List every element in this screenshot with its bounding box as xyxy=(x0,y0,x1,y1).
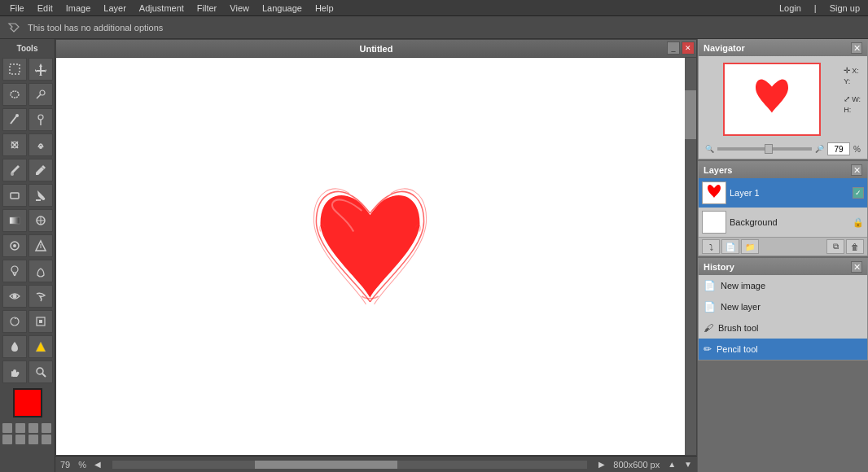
color-replace-tool[interactable] xyxy=(28,209,53,232)
tool-row-7 xyxy=(2,208,54,233)
history-label-pencil: Pencil tool xyxy=(717,344,758,354)
lasso-tool[interactable] xyxy=(2,83,27,106)
history-row-new-image[interactable]: 📄 New image xyxy=(699,275,867,296)
zoom-slider[interactable] xyxy=(717,147,812,151)
scroll-up[interactable]: ▲ xyxy=(668,460,676,469)
heal-tool[interactable] xyxy=(2,133,27,156)
layer-link-btn[interactable]: ⤵ xyxy=(702,239,720,254)
navigator-close[interactable]: ✕ xyxy=(851,42,862,54)
nav-h-row: H: xyxy=(844,106,861,114)
sharpen-tool[interactable] xyxy=(28,234,53,257)
layer-name-background: Background xyxy=(730,217,849,227)
history-close[interactable]: ✕ xyxy=(851,261,862,273)
layers-close[interactable]: ✕ xyxy=(851,164,862,176)
layer-row-layer1[interactable]: Layer 1 ✓ xyxy=(699,178,867,208)
canvas-scrollbar-horizontal[interactable] xyxy=(112,461,587,469)
svg-point-22 xyxy=(11,266,18,273)
eraser-tool[interactable] xyxy=(2,184,27,207)
svg-line-24 xyxy=(15,273,16,276)
window-controls: _ ✕ xyxy=(667,42,695,55)
move-tool[interactable] xyxy=(28,58,53,81)
tool-row-1 xyxy=(2,57,54,81)
fill-tool[interactable] xyxy=(28,184,53,207)
svg-point-10 xyxy=(39,146,42,149)
svg-point-31 xyxy=(37,368,43,374)
water-tool[interactable] xyxy=(2,335,27,358)
pencil-tool[interactable] xyxy=(28,159,53,181)
tools-label: Tools xyxy=(17,44,38,53)
layer-visibility-layer1[interactable]: ✓ xyxy=(853,187,864,199)
hand-tool[interactable] xyxy=(2,361,27,383)
patch-tool[interactable] xyxy=(28,133,53,156)
zoom-in-icon[interactable]: 🔎 xyxy=(815,145,824,153)
scroll-down[interactable]: ▼ xyxy=(684,460,692,469)
canvas-scrollbar-vertical[interactable] xyxy=(685,58,696,455)
layer-actions: ⤵ 📄 📁 ⧉ 🗑 xyxy=(699,237,867,256)
menu-edit[interactable]: Edit xyxy=(31,0,59,16)
cone-tool[interactable] xyxy=(28,335,53,358)
svg-point-11 xyxy=(11,173,14,176)
svg-point-7 xyxy=(38,115,43,120)
navigator-content: ✛ X: Y: ⤢ W: H: 🔍 xyxy=(699,56,867,159)
scroll-left[interactable]: ◀ xyxy=(94,460,101,469)
layer-copy-btn[interactable]: ⧉ xyxy=(826,239,844,254)
menu-filter[interactable]: Filter xyxy=(191,0,223,16)
history-icon-new-layer: 📄 xyxy=(704,301,716,312)
history-titlebar: History ✕ xyxy=(699,259,867,275)
auth-divider: | xyxy=(809,3,822,13)
canvas-title: Untitled xyxy=(360,44,393,54)
transform-tool[interactable] xyxy=(28,310,53,333)
layer-thumb-background xyxy=(702,211,726,234)
zoom-view-tool[interactable] xyxy=(28,361,53,383)
zoom-out-icon[interactable]: 🔍 xyxy=(705,145,714,153)
clone-tool[interactable] xyxy=(28,108,53,131)
menu-layer[interactable]: Layer xyxy=(97,0,133,16)
menu-adjustment[interactable]: Adjustment xyxy=(133,0,191,16)
navigator-coords: ✛ X: Y: ⤢ W: H: xyxy=(844,63,861,136)
history-panel: History ✕ 📄 New image 📄 New layer 🖌 Brus… xyxy=(698,258,868,361)
eyedropper-tool[interactable] xyxy=(2,108,27,131)
navigator-preview xyxy=(723,63,821,136)
scroll-right[interactable]: ▶ xyxy=(598,460,605,469)
history-row-pencil[interactable]: ✏ Pencil tool xyxy=(699,339,867,360)
scrollbar-thumb-v[interactable] xyxy=(685,90,696,139)
window-minimize[interactable]: _ xyxy=(667,42,680,55)
burn-tool[interactable] xyxy=(28,260,53,282)
tool-row-2 xyxy=(2,82,54,107)
foreground-color[interactable] xyxy=(13,388,42,417)
select-tool[interactable] xyxy=(2,58,27,81)
tool-row-8 xyxy=(2,234,54,258)
menu-file[interactable]: File xyxy=(3,0,31,16)
toolbox: Tools xyxy=(0,39,55,472)
history-row-new-layer[interactable]: 📄 New layer xyxy=(699,296,867,317)
signup-link[interactable]: Sign up xyxy=(825,3,865,13)
gradient-tool[interactable] xyxy=(2,209,27,232)
svg-point-2 xyxy=(11,91,19,98)
menu-language[interactable]: Language xyxy=(256,0,309,16)
layer-new-btn[interactable]: 📄 xyxy=(721,239,739,254)
history-row-brush[interactable]: 🖌 Brush tool xyxy=(699,317,867,339)
login-link[interactable]: Login xyxy=(774,3,806,13)
menu-help[interactable]: Help xyxy=(309,0,340,16)
blur-tool[interactable] xyxy=(2,234,27,257)
rotate-tool[interactable] xyxy=(2,310,27,333)
zoom-level: 79 xyxy=(60,460,70,470)
menu-image[interactable]: Image xyxy=(59,0,98,16)
nav-y-row: Y: xyxy=(844,77,861,85)
menu-view[interactable]: View xyxy=(223,0,256,16)
zoom-value[interactable]: 79 xyxy=(827,142,850,155)
layer-group-btn[interactable]: 📁 xyxy=(741,239,759,254)
zoom-slider-thumb[interactable] xyxy=(765,144,773,154)
layer-row-background[interactable]: Background 🔒 xyxy=(699,208,867,237)
scrollbar-thumb-h[interactable] xyxy=(255,461,397,469)
smudge-tool[interactable] xyxy=(28,285,53,308)
layer-delete-btn[interactable]: 🗑 xyxy=(846,239,864,254)
dodge-tool[interactable] xyxy=(2,260,27,282)
window-close[interactable]: ✕ xyxy=(682,42,695,55)
canvas-titlebar: Untitled _ ✕ xyxy=(55,39,697,57)
canvas-drawing-area[interactable] xyxy=(56,58,685,455)
eye-tool[interactable] xyxy=(2,285,27,308)
magic-wand-tool[interactable] xyxy=(28,83,53,106)
options-bar: This tool has no additional options xyxy=(0,16,868,39)
brush-tool[interactable] xyxy=(2,159,27,181)
